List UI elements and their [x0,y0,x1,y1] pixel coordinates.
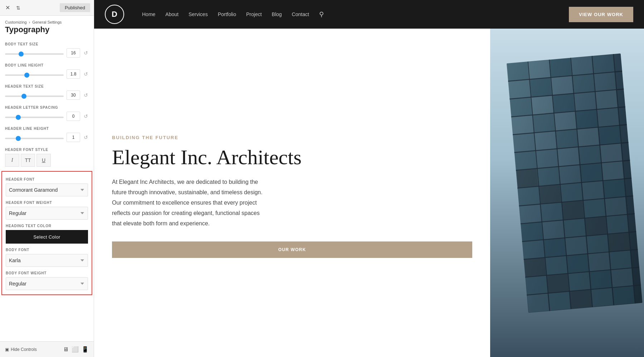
svg-rect-71 [544,238,566,257]
preview-nav-links: Home About Services Portfolio Project Bl… [142,10,555,18]
svg-rect-32 [553,94,575,113]
building-image: /* windows rendered below */ [490,29,644,357]
search-icon[interactable]: ⚲ [319,10,324,18]
body-line-height-input[interactable] [67,69,80,79]
nav-link-contact[interactable]: Contact [292,11,309,17]
preview-nav: D Home About Services Portfolio Project … [94,0,644,29]
published-button[interactable]: Published [60,3,90,12]
preview-cta-button[interactable]: OUR WORK [112,241,472,258]
preview-area: D Home About Services Portfolio Project … [94,0,644,357]
header-letter-spacing-reset[interactable]: ↺ [83,113,89,119]
header-line-height-row: HEADER LINE HEIGHT ↺ [0,123,94,144]
svg-rect-39 [597,108,619,127]
header-font-style-label: HEADER FONT STYLE [5,148,89,152]
header-font-weight-select[interactable]: Thin Light Regular Medium SemiBold Bold [6,207,88,220]
svg-rect-40 [513,133,535,152]
svg-rect-67 [564,219,586,238]
panel-topbar: ✕ ⇅ Published [0,0,94,16]
svg-rect-66 [542,220,564,239]
mobile-view-button[interactable]: 📱 [82,346,89,353]
svg-rect-27 [551,76,573,95]
svg-rect-77 [567,254,589,273]
header-text-size-reset[interactable]: ↺ [83,92,89,98]
header-text-size-slider-container [5,92,64,98]
select-color-button[interactable]: Select Color [6,230,88,244]
header-letter-spacing-slider[interactable] [5,117,64,118]
svg-rect-37 [555,112,576,131]
svg-rect-64 [605,197,627,216]
svg-rect-52 [559,165,581,184]
svg-rect-85 [527,294,549,313]
desktop-view-button[interactable]: 🖥 [63,346,69,353]
svg-rect-62 [562,201,584,220]
header-font-row: HEADER FONT Cormorant Garamond Georgia T… [6,175,88,198]
body-font-select[interactable]: Karla Open Sans Roboto Lato Source Sans … [6,254,88,267]
body-font-weight-select[interactable]: Thin Light Regular Medium SemiBold Bold [6,277,88,290]
svg-rect-30 [510,98,532,117]
view-work-button[interactable]: VIEW OUR WORK [569,7,633,22]
header-letter-spacing-slider-container [5,113,64,119]
svg-rect-34 [596,90,618,109]
body-line-height-slider[interactable] [5,74,64,76]
header-line-height-reset[interactable]: ↺ [83,135,89,140]
svg-rect-83 [590,270,612,289]
header-line-height-slider[interactable] [5,138,64,139]
italic-button[interactable]: I [5,154,19,167]
svg-rect-72 [565,236,587,255]
body-text-size-row: BODY TEXT SIZE ↺ [0,39,94,60]
preview-content: BUILDING THE FUTURE Elegant Inc. Archite… [94,29,644,357]
svg-rect-29 [594,72,616,91]
caps-button[interactable]: TT [21,154,35,167]
svg-rect-58 [582,181,604,200]
svg-rect-47 [557,147,579,166]
body-text-size-input[interactable] [67,48,80,58]
view-icons: 🖥 ⬜ 📱 [63,346,89,353]
svg-rect-84 [611,268,633,287]
svg-rect-36 [533,113,555,132]
hide-controls-button[interactable]: ▣ Hide Controls [5,347,37,352]
font-style-group: I TT U [5,154,89,167]
header-font-select[interactable]: Cormorant Garamond Georgia Times New Rom… [6,184,88,196]
header-text-size-slider[interactable] [5,96,64,97]
body-line-height-reset[interactable]: ↺ [83,71,89,77]
svg-rect-22 [550,58,571,77]
body-text-size-slider[interactable] [5,53,64,55]
header-text-size-input[interactable] [67,91,80,100]
svg-rect-69 [606,215,628,234]
header-letter-spacing-input[interactable] [67,112,80,121]
header-line-height-input[interactable] [67,133,80,142]
svg-rect-38 [576,110,597,129]
header-font-weight-row: HEADER FONT WEIGHT Thin Light Regular Me… [6,198,88,221]
breadcrumb-part1: Customizing [5,20,27,24]
body-font-label: BODY FONT [6,248,88,252]
nav-link-home[interactable]: Home [142,11,155,17]
panel-title: Typography [0,25,94,39]
nav-link-project[interactable]: Project [246,11,262,17]
svg-rect-33 [574,92,596,111]
nav-link-about[interactable]: About [165,11,179,17]
preview-logo: D [105,5,124,24]
svg-rect-57 [561,183,582,202]
tablet-view-button[interactable]: ⬜ [72,346,79,353]
body-font-weight-row: BODY FONT WEIGHT Thin Light Regular Medi… [6,268,88,292]
panel-bottom: ▣ Hide Controls 🖥 ⬜ 📱 [0,341,94,357]
svg-rect-23 [571,56,593,75]
svg-rect-86 [548,292,570,310]
header-letter-spacing-control: ↺ [5,112,89,121]
svg-rect-61 [541,202,563,221]
nav-link-services[interactable]: Services [189,11,208,17]
body-font-row: BODY FONT Karla Open Sans Roboto Lato So… [6,245,88,268]
swap-button[interactable]: ⇅ [14,4,22,12]
underline-button[interactable]: U [36,154,51,167]
header-font-label: HEADER FONT [6,177,88,181]
svg-rect-35 [512,116,533,135]
breadcrumb-part2: General Settings [32,20,62,24]
body-text-size-reset[interactable]: ↺ [83,50,89,56]
close-button[interactable]: ✕ [4,4,11,12]
nav-link-blog[interactable]: Blog [272,11,282,17]
svg-rect-65 [521,222,543,241]
heading-text-color-label: HEADING TEXT COLOR [6,224,88,228]
preview-eyebrow: BUILDING THE FUTURE [112,135,472,140]
nav-link-portfolio[interactable]: Portfolio [218,11,236,17]
header-text-size-label: HEADER TEXT SIZE [5,84,89,88]
